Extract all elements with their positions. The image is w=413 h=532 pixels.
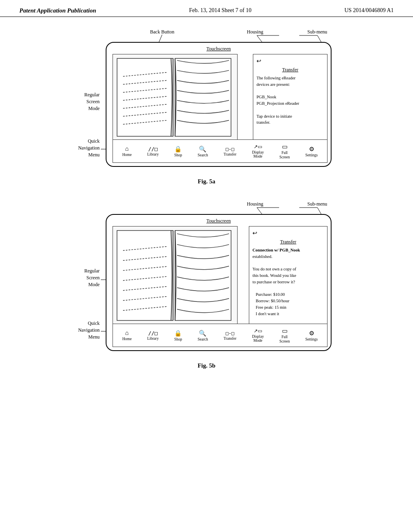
svg-rect-7 [117,58,173,136]
nav-library-5b[interactable]: //□ Library [147,330,159,341]
nav-shop-5b[interactable]: 🔒 Shop [174,330,182,341]
nav-fullscreen-5a[interactable]: ▭ FullScreen [280,143,290,159]
transfer-icon-5a: □-□ [225,146,234,152]
submenu-title-5b: Transfer [252,238,324,245]
submenu-notown-5b: You do not own a copy of [252,266,324,272]
home-label-5b: Home [122,337,131,341]
touchscreen-label-5b: Touchscreen [106,218,331,224]
shop-label-5a: Shop [174,153,182,157]
nav-shop-5a[interactable]: 🔒 Shop [174,145,182,157]
transfer-label-5b: Transfer [223,337,236,341]
svg-rect-8 [175,58,231,136]
submenu-label-5b: Sub-menu [307,201,327,207]
submenu-purchase-5b: Purchase: $10.00 [252,291,324,298]
fig5b-diagram: RegularScreenMode QuickNavigationMenu Ho… [65,201,348,358]
back-button-label-5a: Back Button [150,29,174,35]
svg-rect-24 [175,231,231,320]
submenu-label-5a: Sub-menu [307,29,327,35]
submenu-thisbook-5b: this book. Would you like [252,272,324,279]
submenu-back-icon-5a: ↩ [257,57,324,65]
nav-settings-5a[interactable]: ⚙ Settings [305,145,318,157]
main-content: RegularScreenMode QuickNavigationMenu Ba… [0,17,413,377]
header-publication: Patent Application Publication [19,7,96,14]
submenu-free-5b: Free peak: 15 min [252,304,324,311]
submenu-panel-5a: ↩ Transfer The following eReader devices… [253,54,327,143]
housing-label-5b: Housing [247,201,263,207]
nav-search-5a[interactable]: 🔍 Search [198,145,208,157]
library-icon-5a: //□ [148,146,157,152]
home-icon-5a: ⌂ [125,145,129,152]
book-display-5b [113,226,238,327]
display-icon-5a: ↗▭ [254,144,262,150]
submenu-instruction2-5a: transfer. [257,119,324,126]
display-label-5b: DisplayMode [252,335,264,343]
touchscreen-label-5a: Touchscreen [106,46,331,52]
submenu-device1-5a: PGB_Nook [257,94,324,100]
search-icon-5b: 🔍 [199,330,206,337]
submenu-established-5b: established. [252,254,324,260]
submenu-instruction1-5a: Tap device to initiate [257,113,324,120]
submenu-borrow-5b: Borrow: $0.50/hour [252,298,324,304]
nav-transfer-5b[interactable]: □-□ Transfer [223,330,236,341]
search-label-5b: Search [198,337,208,341]
library-label-5a: Library [147,152,159,156]
settings-icon-5b: ⚙ [309,330,314,337]
book-svg-5a [113,54,237,142]
home-label-5a: Home [122,153,131,157]
fig5b-caption: Fig. 5b [198,362,215,369]
housing-label-5a: Housing [247,29,263,35]
transfer-icon-5b: □-□ [225,330,234,336]
submenu-device2-5a: PGB_Projection eReader [257,100,324,107]
submenu-connection-5b: Connection w/ PGB_Nook [252,247,324,254]
figure-5a-section: RegularScreenMode QuickNavigationMenu Ba… [19,29,394,185]
fullscreen-icon-5a: ▭ [282,143,288,150]
submenu-line2-5a: devices are present: [257,81,324,88]
library-label-5b: Library [147,337,159,341]
submenu-line1-5a: The following eReader [257,75,324,81]
settings-label-5b: Settings [305,337,318,341]
display-icon-5b: ↗▭ [254,328,262,334]
settings-icon-5a: ⚙ [309,145,314,153]
display-label-5a: DisplayMode [252,150,264,159]
nav-transfer-5a[interactable]: □-□ Transfer [223,146,236,156]
shop-label-5b: Shop [174,337,182,341]
header-date-sheet: Feb. 13, 2014 Sheet 7 of 10 [189,7,252,14]
home-icon-5b: ⌂ [125,330,129,337]
transfer-label-5a: Transfer [223,152,236,156]
fig5a-caption: Fig. 5a [198,178,215,185]
svg-rect-23 [117,231,173,320]
figure-5b-section: RegularScreenMode QuickNavigationMenu Ho… [19,201,394,369]
submenu-back-icon-5b: ↩ [252,229,324,237]
submenu-title-5a: Transfer [257,66,324,73]
nav-home-5a[interactable]: ⌂ Home [122,145,131,157]
book-svg-5b [113,227,237,326]
fullscreen-label-5b: FullScreen [280,335,290,343]
submenu-panel-5b: ↩ Transfer Connection w/ PGB_Nook establ… [249,226,327,327]
device-frame-5a: Touchscreen [106,42,332,167]
shop-icon-5b: 🔒 [174,330,182,337]
book-display-5a [113,54,238,143]
fullscreen-icon-5b: ▭ [282,327,288,335]
settings-label-5a: Settings [305,153,318,157]
fullscreen-label-5a: FullScreen [280,151,290,159]
submenu-dontwant-5b: I don't want it [252,311,324,317]
nav-bar-5a: ⌂ Home //□ Library 🔒 Shop 🔍 Search [113,139,327,163]
nav-settings-5b[interactable]: ⚙ Settings [305,330,318,341]
nav-search-5b[interactable]: 🔍 Search [198,330,208,341]
search-icon-5a: 🔍 [199,145,206,153]
library-icon-5b: //□ [148,330,157,336]
search-label-5a: Search [198,153,208,157]
fig5a-diagram: RegularScreenMode QuickNavigationMenu Ba… [65,29,348,174]
nav-display-5a[interactable]: ↗▭ DisplayMode [252,144,264,159]
nav-library-5a[interactable]: //□ Library [147,146,159,156]
nav-fullscreen-5b[interactable]: ▭ FullScreen [280,327,290,343]
shop-icon-5a: 🔒 [174,145,182,153]
nav-home-5b[interactable]: ⌂ Home [122,330,131,341]
header-patent-num: US 2014/0046809 A1 [344,7,394,14]
submenu-topurchase-5b: to purchase or borrow it? [252,279,324,285]
nav-bar-5b: ⌂ Home //□ Library 🔒 Shop 🔍 Search [113,324,327,347]
device-frame-5b: Touchscreen [106,214,332,351]
nav-display-5b[interactable]: ↗▭ DisplayMode [252,328,264,343]
page-header: Patent Application Publication Feb. 13, … [0,0,413,17]
